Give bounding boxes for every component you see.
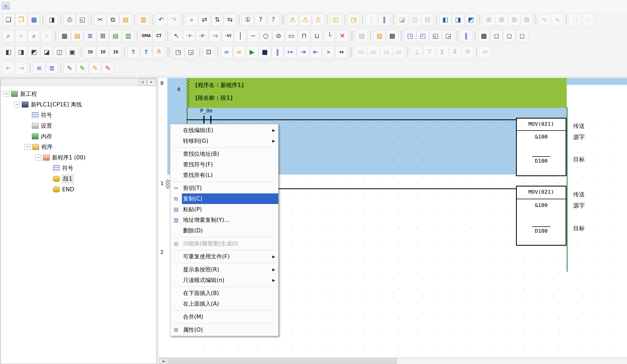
monitor-window-4-icon[interactable]: ⊞ (521, 14, 533, 26)
compile-program-icon[interactable]: ⚠ (287, 14, 299, 26)
carriage-return-icon[interactable]: ↵ (479, 46, 492, 58)
show-rung-comments-icon[interactable]: CT (153, 30, 165, 42)
tree-expander-icon[interactable] (46, 187, 51, 192)
network-2-icon[interactable]: ▭ (367, 46, 379, 58)
cut-icon[interactable]: ✂ (94, 14, 106, 26)
online-option-1-icon[interactable]: ∷ (569, 14, 581, 26)
tree-settings[interactable]: 设置 (1, 120, 156, 131)
view-window-4-icon[interactable]: ◪ (41, 46, 53, 58)
contact-p-on[interactable] (203, 116, 211, 124)
cm-copy[interactable]: ⧉ 复制(C) (170, 193, 278, 204)
new-instruction-icon[interactable]: ▭ (285, 30, 297, 42)
monitor-window-2-icon[interactable]: ⊞ (495, 14, 507, 26)
window-c-icon[interactable]: ◻ (516, 30, 528, 42)
tree-expander-icon[interactable]: − (3, 91, 9, 97)
view-window-3-icon[interactable]: ◩ (28, 46, 40, 58)
new-file-icon[interactable]: ❑ (2, 14, 15, 26)
menu-program[interactable] (52, 0, 59, 12)
step-in-icon[interactable]: ⇥ (297, 46, 309, 58)
cm-go-to[interactable]: 转移到(G) ▶ (170, 136, 278, 146)
cm-insert-above[interactable]: 在上面插入(A) (170, 298, 278, 309)
verify-icon[interactable]: ≙ (153, 46, 165, 58)
io-grid-icon[interactable]: ▩ (478, 30, 490, 42)
plc-info-icon[interactable]: ① (242, 14, 254, 26)
tree-new-project[interactable]: − 新工程 (1, 89, 156, 99)
upload-from-plc-icon[interactable]: ◫ (409, 14, 421, 26)
paste-extended-icon[interactable]: ▥ (137, 14, 150, 26)
view-window-6-icon[interactable]: ▣ (66, 46, 78, 58)
mov-instruction-block-1[interactable]: MOV(021) &100 D100 (516, 118, 566, 176)
tree-expander-icon[interactable] (25, 123, 30, 128)
sim-run-icon[interactable]: ▶ (246, 46, 258, 58)
zoom-fit-icon[interactable]: ⌕ (41, 30, 53, 42)
menu-simulation[interactable] (59, 0, 67, 12)
print-report-icon[interactable]: ◨ (46, 14, 58, 26)
scroll-left-button[interactable]: ◀ (159, 358, 167, 364)
print-preview-icon[interactable]: ◱ (76, 14, 88, 26)
monitoring-pause-icon[interactable]: ∞ (233, 46, 245, 58)
tree-expander-icon[interactable] (25, 134, 30, 139)
new-or-contact-icon[interactable]: ⊣W (221, 30, 234, 42)
network-1-icon[interactable]: ▭ (355, 46, 367, 58)
sfc-editor-icon[interactable]: ▩ (386, 30, 398, 42)
download-to-plc-icon[interactable]: ◪ (396, 14, 408, 26)
find-icon[interactable]: ⌕ (186, 14, 198, 26)
compare-with-plc-icon[interactable]: ⊟ (421, 14, 434, 26)
time-chart-1-icon[interactable]: ∿ (539, 14, 551, 26)
st-editor-icon[interactable]: ▨ (373, 30, 386, 42)
network-3-icon[interactable]: ▭ (380, 46, 392, 58)
new-contact-down-icon[interactable]: ⊣↓ (209, 30, 221, 42)
zoom-custom-icon[interactable]: ⌕ (15, 30, 27, 42)
select-mode-icon[interactable]: ↖ (170, 30, 183, 42)
edit-window-1-icon[interactable]: ◳ (404, 30, 416, 42)
tree-memory[interactable]: 内存 (1, 131, 156, 142)
display-hex-icon[interactable]: 16 (109, 46, 122, 58)
display-signed-decimal-icon[interactable]: 10 (97, 46, 109, 58)
horizontal-scrollbar[interactable]: ◀ (159, 358, 627, 364)
run-mode-icon[interactable]: ◧ (439, 14, 451, 26)
edit-window-2-icon[interactable]: ◰ (417, 30, 429, 42)
cm-delete[interactable]: 删除(D) (170, 225, 278, 236)
undo-icon[interactable]: ↶ (155, 14, 167, 26)
falling-pulse-icon[interactable]: ⊔ (311, 30, 323, 42)
menu-edit[interactable] (20, 0, 28, 12)
monitoring-icon[interactable]: ∞ (220, 46, 233, 58)
work-online-icon[interactable]: ◰ (330, 14, 342, 26)
program-mode-icon[interactable]: ◩ (465, 14, 477, 26)
mov-instruction-block-2[interactable]: MOV(021) &100 D100 (516, 186, 566, 246)
print-icon[interactable]: ⎙ (63, 14, 76, 26)
tree-program1-symbols[interactable]: 符号 (1, 163, 156, 174)
network-4-icon[interactable]: ▭ (393, 46, 405, 58)
force-off-icon[interactable]: ⊤ (423, 46, 436, 58)
view-window-2-icon[interactable]: ◨ (15, 46, 27, 58)
edit-mark-2-icon[interactable]: ✎ (76, 62, 88, 74)
comment-list-icon[interactable]: ≡ (33, 62, 45, 74)
help-icon[interactable]: ? (254, 14, 267, 26)
new-coil-icon[interactable]: ○ (260, 30, 272, 42)
redo-icon[interactable]: ↷ (168, 14, 180, 26)
step-run-icon[interactable]: ↦ (284, 46, 296, 58)
cm-cut[interactable]: ✂ 剪切(T) (170, 183, 278, 193)
menu-file[interactable] (12, 0, 20, 12)
simulator-connect-icon[interactable]: ⋮ (365, 14, 378, 26)
online-option-2-icon[interactable]: ∷ (582, 14, 594, 26)
edit-window-3-icon[interactable]: ◱ (429, 30, 442, 42)
scan-run-icon[interactable]: ⇸ (335, 46, 347, 58)
zoom-out-icon[interactable]: ⌕ (28, 30, 40, 42)
vertical-wire-icon[interactable]: │ (234, 30, 246, 42)
cm-find-all[interactable]: 查找所有(L) (170, 170, 278, 180)
open-window-arrow-2-icon[interactable]: ◲ (185, 46, 197, 58)
edit-mark-1-icon[interactable]: ✎ (63, 62, 76, 74)
show-comments-icon[interactable]: SMA (140, 30, 152, 42)
cm-find-bit-address[interactable]: 查找位地址(B) (170, 149, 278, 159)
replace-icon[interactable]: ⇄ (198, 14, 211, 26)
paste-icon[interactable]: ▤ (120, 14, 132, 26)
tree-expander-icon[interactable]: − (14, 102, 20, 107)
display-decimal-icon[interactable]: 10 (84, 46, 96, 58)
new-closed-contact-icon[interactable]: ⊣/⊢ (196, 30, 208, 42)
right-indent-icon[interactable]: ⇥ (15, 62, 27, 74)
tree-expander-icon[interactable]: − (25, 144, 31, 150)
panel-titlebar[interactable]: ⊡ ✕ (1, 78, 156, 86)
menu-tools[interactable] (67, 0, 75, 12)
menu-plc[interactable] (44, 0, 52, 12)
